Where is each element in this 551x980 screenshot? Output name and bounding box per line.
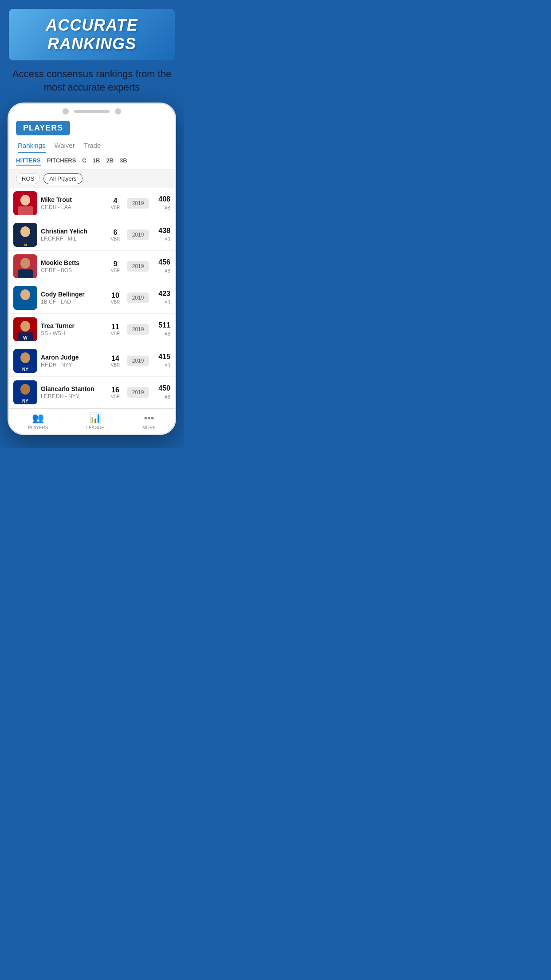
nav-label-more: MORE xyxy=(142,425,156,430)
year-badge-betts: 2019 xyxy=(127,261,149,272)
player-vbr-trout: 4 VBR xyxy=(107,197,123,210)
svg-point-9 xyxy=(20,258,30,269)
player-pos-trout: CF,DH - LAA xyxy=(41,204,104,210)
svg-point-1 xyxy=(20,195,30,205)
svg-point-15 xyxy=(20,321,30,332)
nav-tabs: Rankings Waiver Trade xyxy=(16,139,168,153)
player-row: Mookie Betts CF,RF - BOS 9 VBR 2019 456 … xyxy=(9,251,175,282)
ab-stat-betts: 456 AB xyxy=(153,258,170,274)
avatar-giancarlo-stanton: NY xyxy=(13,380,37,404)
tab-trade[interactable]: Trade xyxy=(84,139,101,153)
banner-title: ACCURATE RANKINGS xyxy=(20,16,164,53)
players-icon: 👥 xyxy=(32,412,44,424)
player-row: W Trea Turner SS - WSH 11 VBR 2019 511 A… xyxy=(9,314,175,345)
svg-point-12 xyxy=(20,289,30,300)
player-name-yelich: Christian Yelich xyxy=(41,228,104,235)
svg-point-23 xyxy=(20,384,30,395)
pos-tab-pitchers[interactable]: PITCHERS xyxy=(47,156,76,166)
player-vbr-yelich: 6 VBR xyxy=(107,229,123,241)
svg-text:NY: NY xyxy=(22,399,28,403)
player-pos-betts: CF,RF - BOS xyxy=(41,267,104,273)
player-name-stanton: Giancarlo Stanton xyxy=(41,385,104,392)
filter-all-players[interactable]: All Players xyxy=(43,173,82,184)
player-vbr-stanton: 16 VBR xyxy=(107,386,123,399)
player-vbr-judge: 14 VBR xyxy=(107,355,123,368)
avatar-christian-yelich: M xyxy=(13,223,37,247)
ab-stat-stanton: 450 AB xyxy=(153,384,170,400)
player-info-betts: Mookie Betts CF,RF - BOS xyxy=(41,259,104,273)
position-tabs: HITTERS PITCHERS C 1B 2B 3B xyxy=(9,153,175,170)
player-info-trout: Mike Trout CF,DH - LAA xyxy=(41,196,104,210)
svg-text:M: M xyxy=(24,243,27,247)
year-badge-yelich: 2019 xyxy=(127,229,149,240)
player-row: NY Aaron Judge RF,DH - NYY 14 VBR 2019 4… xyxy=(9,345,175,377)
phone-circle-2 xyxy=(115,108,121,115)
player-vbr-bellinger: 10 VBR xyxy=(107,292,123,304)
player-name-judge: Aaron Judge xyxy=(41,354,104,361)
player-list: Mike Trout CF,DH - LAA 4 VBR 2019 408 AB xyxy=(9,188,175,408)
svg-rect-3 xyxy=(18,206,33,215)
pos-tab-3b[interactable]: 3B xyxy=(120,156,127,166)
bottom-nav: 👥 PLAYERS 📊 LEAGUE ••• MORE xyxy=(9,408,175,434)
player-info-yelich: Christian Yelich LF,CF,RF - MIL xyxy=(41,228,104,242)
nav-item-league[interactable]: 📊 LEAGUE xyxy=(86,412,104,430)
year-badge-bellinger: 2019 xyxy=(127,292,149,303)
avatar-aaron-judge: NY xyxy=(13,349,37,373)
player-row: Mike Trout CF,DH - LAA 4 VBR 2019 408 AB xyxy=(9,188,175,219)
pos-tab-hitters[interactable]: HITTERS xyxy=(16,156,41,166)
player-info-judge: Aaron Judge RF,DH - NYY xyxy=(41,354,104,368)
avatar-trea-turner: W xyxy=(13,317,37,341)
avatar-mike-trout xyxy=(13,191,37,215)
player-row: NY Giancarlo Stanton LF,RF,DH - NYY 16 V… xyxy=(9,377,175,408)
svg-rect-13 xyxy=(18,301,33,310)
player-info-turner: Trea Turner SS - WSH xyxy=(41,322,104,336)
phone-container: PLAYERS Rankings Waiver Trade HITTERS PI… xyxy=(8,103,176,435)
league-icon: 📊 xyxy=(89,412,101,424)
blue-bg-bottom xyxy=(0,435,184,448)
pos-tab-c[interactable]: C xyxy=(82,156,86,166)
avatar-cody-bellinger xyxy=(13,286,37,310)
player-info-stanton: Giancarlo Stanton LF,RF,DH - NYY xyxy=(41,385,104,399)
player-vbr-betts: 9 VBR xyxy=(107,260,123,273)
tab-waiver[interactable]: Waiver xyxy=(55,139,75,153)
pos-tab-1b[interactable]: 1B xyxy=(93,156,100,166)
avatar-mookie-betts xyxy=(13,254,37,278)
player-vbr-turner: 11 VBR xyxy=(107,323,123,336)
player-pos-stanton: LF,RF,DH - NYY xyxy=(41,393,104,399)
players-badge: PLAYERS xyxy=(16,121,70,135)
player-pos-judge: RF,DH - NYY xyxy=(41,362,104,368)
filter-ros[interactable]: ROS xyxy=(16,173,40,184)
player-pos-bellinger: 1B,CF - LAD xyxy=(41,299,104,305)
tab-rankings[interactable]: Rankings xyxy=(18,139,46,153)
more-icon: ••• xyxy=(144,412,154,424)
player-name-trout: Mike Trout xyxy=(41,196,104,203)
player-row: Cody Bellinger 1B,CF - LAD 10 VBR 2019 4… xyxy=(9,282,175,314)
svg-rect-10 xyxy=(18,269,33,278)
nav-item-players[interactable]: 👥 PLAYERS xyxy=(28,412,48,430)
subtitle: Access consensus rankings from the most … xyxy=(9,67,175,94)
nav-label-league: LEAGUE xyxy=(86,425,104,430)
svg-text:W: W xyxy=(23,336,28,340)
banner: ACCURATE RANKINGS xyxy=(9,9,175,60)
year-badge-stanton: 2019 xyxy=(127,387,149,398)
ab-stat-trout: 408 AB xyxy=(153,195,170,211)
nav-item-more[interactable]: ••• MORE xyxy=(142,412,156,430)
player-row: M Christian Yelich LF,CF,RF - MIL 6 VBR … xyxy=(9,219,175,251)
phone-top-bar xyxy=(9,104,175,117)
ab-stat-turner: 511 AB xyxy=(153,321,170,337)
pos-tab-2b[interactable]: 2B xyxy=(106,156,114,166)
year-badge-judge: 2019 xyxy=(127,356,149,366)
ab-stat-bellinger: 423 AB xyxy=(153,290,170,306)
player-pos-yelich: LF,CF,RF - MIL xyxy=(41,236,104,242)
ab-stat-yelich: 438 AB xyxy=(153,227,170,243)
player-name-betts: Mookie Betts xyxy=(41,259,104,266)
player-pos-turner: SS - WSH xyxy=(41,330,104,336)
ab-stat-judge: 415 AB xyxy=(153,353,170,369)
svg-point-19 xyxy=(20,352,30,363)
player-info-bellinger: Cody Bellinger 1B,CF - LAD xyxy=(41,291,104,305)
year-badge-turner: 2019 xyxy=(127,324,149,335)
phone-bar xyxy=(74,110,110,113)
player-name-turner: Trea Turner xyxy=(41,322,104,329)
player-name-bellinger: Cody Bellinger xyxy=(41,291,104,298)
svg-point-5 xyxy=(20,226,30,237)
